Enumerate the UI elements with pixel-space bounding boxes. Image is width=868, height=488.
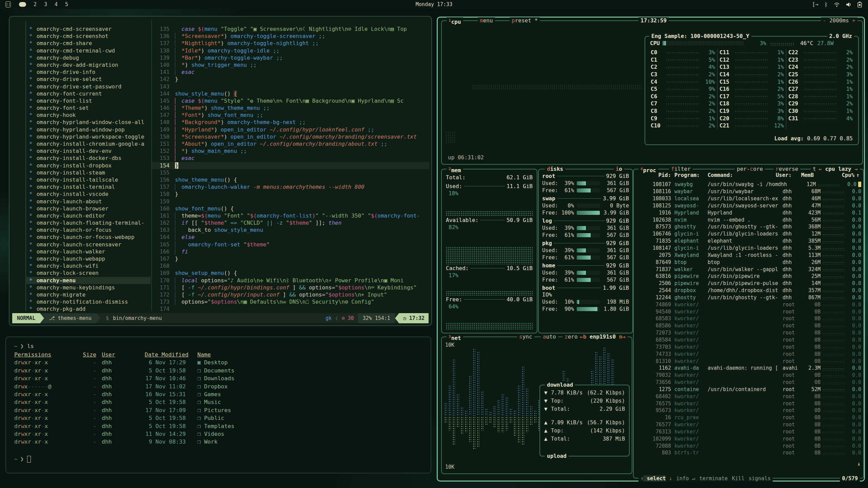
proc-row[interactable]: 102638nvimnvim --embed .dhh56M0.0 <box>636 216 861 223</box>
file-item[interactable]: *omarchy-font-set <box>29 104 151 111</box>
proc-row[interactable]: 95673kworker/root0B0.0 <box>636 407 861 414</box>
file-item[interactable]: *omarchy-cmd-screensaver <box>29 25 151 33</box>
proc-row[interactable]: 81310kworker/root0B0.0 <box>636 358 861 365</box>
menu-button[interactable]: menu <box>478 17 495 24</box>
proc-row[interactable]: 74869kworker/root0B0.0 <box>636 301 861 308</box>
proc-row[interactable]: 87649btopbtopdhh26M0.0 <box>636 259 861 266</box>
kill-key[interactable]: Kill <box>730 475 746 482</box>
proc-reverse-toggle[interactable]: reverse <box>773 166 800 172</box>
net-interface[interactable]: ←b enp191s0 n→ <box>578 333 628 340</box>
file-item[interactable]: *omarchy-launch-editor <box>29 212 151 219</box>
proc-row[interactable]: 76313kworker/root0B0.0 <box>636 428 861 435</box>
file-item[interactable]: *omarchy-launch-floating-terminal- <box>29 219 151 226</box>
disks-title[interactable]: disks <box>545 166 565 172</box>
file-item[interactable]: *omarchy-font-list <box>29 97 151 104</box>
file-item[interactable]: *omarchy-install-dropbox <box>29 162 151 169</box>
io-toggle[interactable]: io <box>614 166 624 172</box>
net-sync-toggle[interactable]: sync <box>517 333 534 340</box>
file-item[interactable]: *omarchy-dev-add-migration <box>29 61 151 68</box>
proc-row[interactable]: 68584kworker/root0B0.0 <box>636 337 861 344</box>
proc-row[interactable]: 803btrfs-trroot0B0.0 <box>636 449 861 456</box>
file-item[interactable]: *omarchy-cmd-terminal-cwd <box>29 47 151 54</box>
proc-row[interactable]: 2544dropbox/home/dhh/.dropbox-distdhh357… <box>636 287 861 294</box>
file-item[interactable]: *omarchy-drive-set-password <box>29 83 151 90</box>
scroll-down-icon[interactable]: ↓ <box>857 461 861 467</box>
proc-row[interactable]: 76575kworker/root0B0.0 <box>636 400 861 407</box>
file-item[interactable]: *omarchy-drive-info <box>29 68 151 76</box>
preset-button[interactable]: preset * <box>510 17 540 24</box>
proc-row[interactable]: 108116waybar/usr/bin/waybardhh68M0.0 <box>636 188 861 195</box>
proc-row[interactable]: 63816pipewire/usr/bin/pipewiredhh25M0.0 <box>636 273 861 280</box>
proc-row[interactable]: 1275containe/usr/bin/containerdroot52M0.… <box>636 386 861 393</box>
file-item[interactable]: *omarchy-install-docker-dbs <box>29 155 151 162</box>
proc-row[interactable]: 94540kworker/root0B0.0 <box>636 308 861 315</box>
proc-row[interactable]: 102099kworker/root0B0.0 <box>636 435 861 442</box>
update-interval[interactable]: - 2000ms + <box>821 17 857 24</box>
file-item[interactable]: *omarchy-launch-browser <box>29 205 151 212</box>
file-item[interactable]: *omarchy-launch-about <box>29 198 151 205</box>
file-item[interactable]: *omarchy-menu <box>26 277 151 284</box>
info-key[interactable]: info ↵ <box>674 475 697 482</box>
proc-row[interactable]: 73703kworker/root0B0.0 <box>636 343 861 350</box>
prompt-line[interactable]: ~❯ <box>14 455 422 464</box>
proc-row[interactable]: 87573ghostty/usr/bin/ghostty --gtk-dhh36… <box>636 223 861 230</box>
proc-row[interactable]: 108125swayosd-/usr/bin/swayosd-serverdhh… <box>636 202 861 209</box>
select-keys[interactable]: ↑ select ↓ <box>638 475 674 482</box>
net-zero-toggle[interactable]: zero <box>563 333 580 340</box>
proc-row[interactable]: 72088kworker/root0B0.0 <box>636 442 861 449</box>
proc-row[interactable]: 16rcu_preeroot0B0.0 <box>636 414 861 421</box>
file-item[interactable]: *omarchy-lock-screen <box>29 269 151 277</box>
proc-row[interactable]: 68586kworker/root0B0.0 <box>636 322 861 329</box>
proc-row[interactable]: 108033localsea/usr/lib/localsearch-exdhh… <box>636 195 861 202</box>
file-item[interactable]: *omarchy-install-chromium-google-a <box>29 140 151 147</box>
proc-row[interactable]: 68402kworker/root0B0.0 <box>636 393 861 400</box>
file-item[interactable]: *omarchy-launch-walker <box>29 248 151 255</box>
file-item[interactable]: *omarchy-cmd-share <box>29 40 151 47</box>
file-item[interactable]: *omarchy-hyprland-window-pop <box>29 126 151 133</box>
file-item[interactable]: *omarchy-menu-keybindings <box>29 284 151 291</box>
proc-row[interactable]: 108147glycin-i/usr/lib/glycin-loadersdhh… <box>636 245 861 252</box>
file-item[interactable]: *omarchy-install-steam <box>29 169 151 176</box>
proc-row[interactable]: 1916HyprlandHyprlanddhh423M0.1 <box>636 209 861 216</box>
file-item[interactable]: *omarchy-debug <box>29 54 151 61</box>
proc-sort-selector[interactable]: ← cpu lazy → <box>816 166 860 172</box>
file-item[interactable]: *omarchy-hyprland-workspace-toggle <box>29 133 151 140</box>
proc-row[interactable]: 73656kworker/root0B0.0 <box>636 379 861 386</box>
proc-row[interactable]: 2506pipewire/usr/bin/pipewire-pulsedhh14… <box>636 280 861 287</box>
proc-row[interactable]: 68583kworker/root0B0.0 <box>636 315 861 322</box>
proc-row[interactable]: 74733kworker/root0B0.0 <box>636 350 861 358</box>
tab-net[interactable]: 3net <box>447 333 463 342</box>
file-item[interactable]: *omarchy-pkg-add <box>29 305 151 312</box>
net-auto-toggle[interactable]: auto <box>541 333 558 340</box>
terminate-key[interactable]: terminate <box>697 475 730 482</box>
proc-row[interactable]: 108107swaybg/usr/bin/swaybg -i /homdhh12… <box>636 181 861 188</box>
proc-per-core-toggle[interactable]: per-core <box>735 166 765 172</box>
btop-window[interactable]: 1cpu menu preset * 17:32:59 - 2000ms + u… <box>437 17 865 482</box>
file-item[interactable]: *omarchy-install-dev-env <box>29 147 151 155</box>
proc-row[interactable]: 1162avahi-daavahi-daemon: running [avahi… <box>636 365 861 372</box>
file-item[interactable]: *omarchy-drive-select <box>29 76 151 83</box>
file-item[interactable]: *omarchy-hook <box>29 111 151 119</box>
file-item[interactable]: *omarchy-install-terminal <box>29 183 151 190</box>
file-item[interactable]: *omarchy-font-current <box>29 90 151 97</box>
file-item[interactable]: *omarchy-launch-or-focus-webapp <box>29 233 151 241</box>
proc-row[interactable]: 71837walker/usr/bin/walker --gappldhh324… <box>636 266 861 273</box>
file-item[interactable]: *omarchy-launch-screensaver <box>29 241 151 248</box>
file-item[interactable]: *omarchy-launch-webapp <box>29 255 151 262</box>
proc-row[interactable]: 76577kworker/root0B0.0 <box>636 421 861 428</box>
tab-cpu[interactable]: 1cpu <box>447 17 463 25</box>
file-item[interactable]: *omarchy-launch-wifi <box>29 262 151 269</box>
proc-filter-button[interactable]: filter <box>669 166 693 172</box>
file-item[interactable]: *omarchy-install-vscode <box>29 190 151 198</box>
proc-row[interactable]: 79032kworker/root0B0.0 <box>636 372 861 379</box>
editor-window[interactable]: *omarchy-cmd-screensaver*omarchy-cmd-scr… <box>9 16 432 326</box>
proc-row[interactable]: 106746glycin-i/usr/lib/glycin-loadersdhh… <box>636 230 861 238</box>
file-item[interactable]: *omarchy-notification-dismiss <box>29 298 151 305</box>
terminal-window[interactable]: ~❯ls PermissionsSizeUserDate ModifiedNam… <box>5 337 431 473</box>
file-item[interactable]: *omarchy-launch-or-focus <box>29 226 151 233</box>
proc-row[interactable]: 2075XwaylandXwayland :1 -rootless -dhh11… <box>636 251 861 259</box>
proc-row[interactable]: 71835elephantelephantdhh385M0.0 <box>636 238 861 245</box>
file-item[interactable]: *omarchy-install-tailscale <box>29 176 151 183</box>
proc-row[interactable]: 12244ghostty/usr/bin/ghostty --gtk-dhh86… <box>636 294 861 301</box>
proc-header[interactable]: Pid: Program: Command: User: MemB Cpu% ↑ <box>636 172 861 178</box>
